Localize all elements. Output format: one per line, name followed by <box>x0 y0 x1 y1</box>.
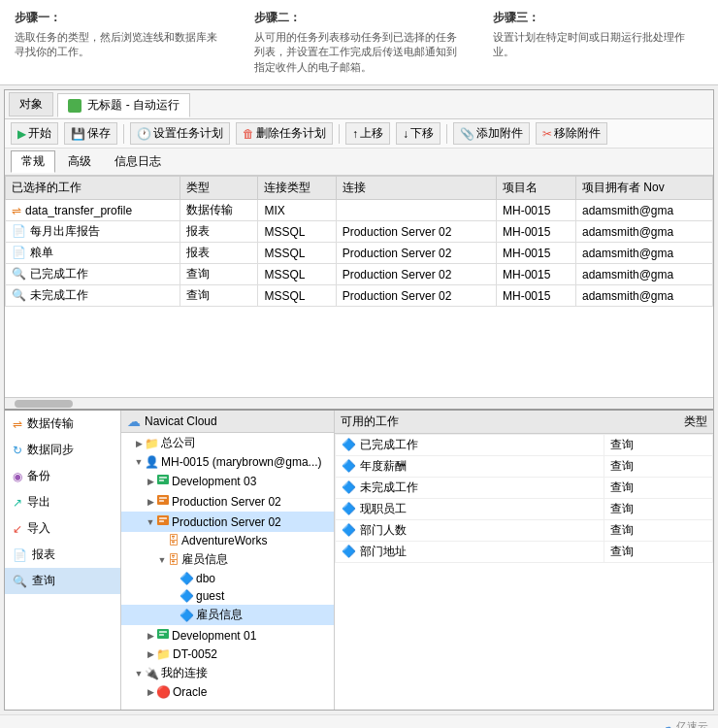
tree-node-adventure[interactable]: 🗄 AdventureWorks <box>121 532 334 549</box>
tree-node-dev01[interactable]: ▶ Development 01 <box>121 625 334 645</box>
table-row[interactable]: ⇌data_transfer_profile 数据传输 MIX MH-0015 … <box>6 200 713 221</box>
svg-rect-10 <box>159 631 167 633</box>
tree-node-employee-table[interactable]: 🔷 雇员信息 <box>121 605 334 625</box>
table-scroll[interactable]: 已选择的工作 类型 连接类型 连接 项目名 项目拥有者 Nov ⇌data_tr… <box>5 176 713 397</box>
table-row[interactable]: 📄每月出库报告 报表 MSSQL Production Server 02 MH… <box>6 221 713 243</box>
save-label: 保存 <box>87 125 111 142</box>
tab-bar: 对象 无标题 - 自动运行 <box>5 90 713 119</box>
available-row[interactable]: 🔷年度薪酬 查询 <box>336 456 713 478</box>
save-button[interactable]: 💾 保存 <box>64 122 117 145</box>
arrow-root: ▶ <box>133 438 145 449</box>
tree-node-dev03[interactable]: ▶ Development 03 <box>121 471 334 491</box>
tree-header-label: Navicat Cloud <box>145 414 217 428</box>
set-schedule-button[interactable]: 🕐 设置任务计划 <box>130 122 230 145</box>
del-schedule-label: 删除任务计划 <box>256 125 326 142</box>
available-header: 可用的工作 类型 <box>335 411 713 434</box>
col-header-owner: 项目拥有者 Nov <box>575 177 712 200</box>
arrow-oracle: ▶ <box>145 686 156 698</box>
arrow-dev01: ▶ <box>145 630 156 642</box>
table-employee-icon: 🔷 <box>180 609 194 622</box>
move-up-button[interactable]: ↑ 上移 <box>345 122 390 145</box>
tree-label-root: 总公司 <box>161 435 196 451</box>
table-row[interactable]: 🔍已完成工作 查询 MSSQL Production Server 02 MH-… <box>6 264 713 285</box>
tree-label-dev03: Development 03 <box>172 475 256 488</box>
scrollbar-thumb[interactable] <box>15 400 73 408</box>
server-prod02b-icon <box>156 513 170 530</box>
jobs-table: 已选择的工作 类型 连接类型 连接 项目名 项目拥有者 Nov ⇌data_tr… <box>5 176 713 307</box>
tree-label-guest: guest <box>196 589 224 603</box>
nav-import[interactable]: ↙ 导入 <box>5 515 120 542</box>
available-row[interactable]: 🔷部门人数 查询 <box>336 520 713 542</box>
tree-node-mh0015[interactable]: ▼ 👤 MH-0015 (marybrown@gma...) <box>121 453 334 471</box>
server-dev01-icon <box>156 627 170 644</box>
del-schedule-icon: 🗑 <box>243 127 254 141</box>
available-col-type: 类型 <box>524 414 707 430</box>
tree-label-prod02b: Production Server 02 <box>172 515 281 529</box>
tree-label-dbo: dbo <box>196 572 215 585</box>
tree-node-guest[interactable]: 🔷 guest <box>121 587 334 605</box>
svg-rect-4 <box>159 497 167 499</box>
table-row[interactable]: 📄粮单 报表 MSSQL Production Server 02 MH-001… <box>6 243 713 264</box>
tree-label-emp-table: 雇员信息 <box>196 607 243 623</box>
remove-attach-button[interactable]: ✂ 移除附件 <box>536 122 607 145</box>
tab-general[interactable]: 常规 <box>11 150 55 173</box>
tree-node-dt0052[interactable]: ▶ 📁 DT-0052 <box>121 645 334 663</box>
tree-node-root[interactable]: ▶ 📁 总公司 <box>121 433 334 453</box>
nav-backup[interactable]: ◉ 备份 <box>5 463 120 489</box>
tab-advanced[interactable]: 高级 <box>57 150 102 173</box>
tree-header: ☁ Navicat Cloud <box>121 411 334 433</box>
tree-node-dbo[interactable]: 🔷 dbo <box>121 570 334 587</box>
tab-log[interactable]: 信息日志 <box>104 150 172 173</box>
step3-desc: 设置计划在特定时间或日期运行批处理作业。 <box>493 30 703 60</box>
svg-rect-5 <box>159 500 164 502</box>
horizontal-scrollbar[interactable] <box>5 397 713 409</box>
sep1 <box>123 124 124 144</box>
available-row[interactable]: 🔷部门地址 查询 <box>336 542 713 563</box>
tree-node-myconn[interactable]: ▼ 🔌 我的连接 <box>121 663 334 683</box>
transfer-label: 数据传输 <box>27 415 74 432</box>
server-prod02a-icon <box>156 493 170 510</box>
cloud-icon: ☁ <box>127 414 141 429</box>
folder-icon-root: 📁 <box>145 437 159 450</box>
tree-label-myconn: 我的连接 <box>161 665 208 681</box>
table-area: 已选择的工作 类型 连接类型 连接 项目名 项目拥有者 Nov ⇌data_tr… <box>5 176 713 409</box>
up-arrow-icon: ↑ <box>352 127 358 141</box>
save-icon: 💾 <box>71 127 85 141</box>
svg-rect-8 <box>159 520 164 522</box>
table-row[interactable]: 🔍未完成工作 查询 MSSQL Production Server 02 MH-… <box>6 285 713 307</box>
del-schedule-button[interactable]: 🗑 删除任务计划 <box>236 122 333 145</box>
branding-text: 亿速云 <box>676 719 708 728</box>
schema-dbo-icon: 🔷 <box>180 572 194 585</box>
server-dev03-icon <box>156 473 170 489</box>
nav-query[interactable]: 🔍 查询 <box>5 568 120 594</box>
tree-node-oracle[interactable]: ▶ 🔴 Oracle <box>121 683 334 701</box>
tree-node-prod02-a[interactable]: ▶ Production Server 02 <box>121 491 334 512</box>
tree-node-prod02-b[interactable]: ▼ Production Server 02 <box>121 512 334 532</box>
move-down-label: 下移 <box>410 125 434 142</box>
nav-data-transfer[interactable]: ⇌ 数据传输 <box>5 411 120 437</box>
step2-title: 步骤二： <box>254 10 465 26</box>
svg-rect-2 <box>159 480 164 481</box>
available-scroll[interactable]: 🔷已完成工作 查询 🔷年度薪酬 查询 🔷未完成工作 查询 🔷现职员工 查询 🔷部… <box>335 434 713 710</box>
arrow-prod02-b: ▼ <box>145 516 156 528</box>
nav-report[interactable]: 📄 报表 <box>5 542 120 568</box>
import-icon: ↙ <box>13 522 22 536</box>
tree-panel[interactable]: ☁ Navicat Cloud ▶ 📁 总公司 ▼ 👤 MH-0015 (mar… <box>121 411 335 710</box>
main-container: 对象 无标题 - 自动运行 ▶ 开始 💾 保存 🕐 设置任务计划 🗑 删除任务计… <box>4 89 714 711</box>
available-row[interactable]: 🔷未完成工作 查询 <box>336 478 713 499</box>
move-down-button[interactable]: ↓ 下移 <box>396 122 441 145</box>
svg-rect-11 <box>159 634 164 636</box>
add-attach-button[interactable]: 📎 添加附件 <box>453 122 530 145</box>
tree-node-employee[interactable]: ▼ 🗄 雇员信息 <box>121 549 334 570</box>
arrow-employee: ▼ <box>156 554 168 566</box>
move-up-label: 上移 <box>360 125 383 142</box>
tab-auto-run[interactable]: 无标题 - 自动运行 <box>57 93 190 117</box>
available-row[interactable]: 🔷现职员工 查询 <box>336 499 713 520</box>
tab-object[interactable]: 对象 <box>9 92 53 116</box>
nav-data-sync[interactable]: ↻ 数据同步 <box>5 437 120 463</box>
tree-label-prod02a: Production Server 02 <box>172 495 281 509</box>
nav-export[interactable]: ↗ 导出 <box>5 489 120 515</box>
start-button[interactable]: ▶ 开始 <box>11 122 58 145</box>
available-row[interactable]: 🔷已完成工作 查询 <box>336 435 713 456</box>
user-icon-mh0015: 👤 <box>145 455 159 469</box>
